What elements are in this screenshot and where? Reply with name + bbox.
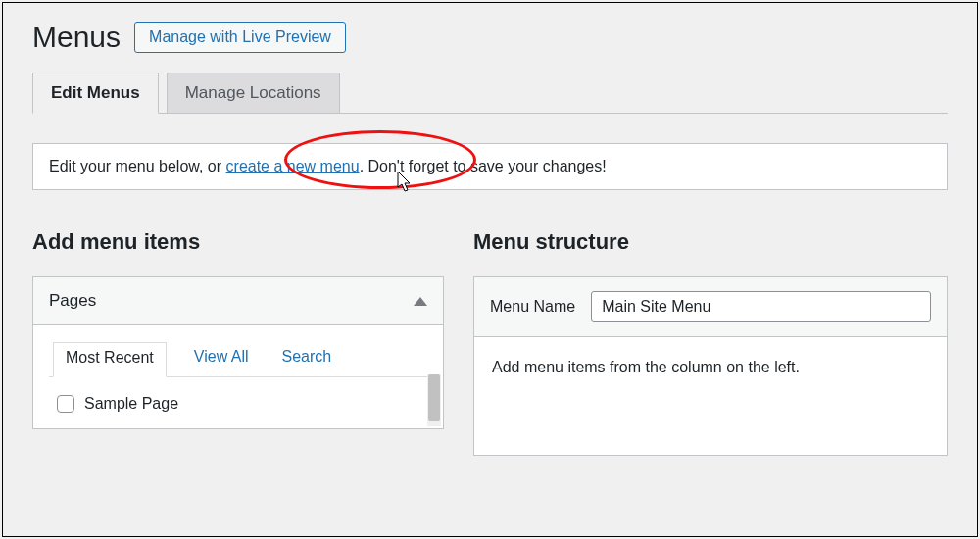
add-menu-items-column: Add menu items Pages Most Recent View Al… bbox=[32, 229, 444, 456]
menu-name-bar: Menu Name bbox=[473, 276, 948, 337]
create-new-menu-link[interactable]: create a new menu bbox=[226, 158, 360, 174]
menu-name-input[interactable] bbox=[591, 291, 931, 322]
page-title: Menus bbox=[32, 21, 121, 54]
pages-postbox-title: Pages bbox=[49, 291, 96, 311]
notice-suffix: . Don't forget to save your changes! bbox=[360, 158, 607, 174]
app-frame: Menus Manage with Live Preview Edit Menu… bbox=[2, 2, 978, 537]
pages-list: Sample Page bbox=[49, 377, 427, 413]
page-header: Menus Manage with Live Preview bbox=[3, 3, 977, 54]
columns: Add menu items Pages Most Recent View Al… bbox=[32, 229, 948, 456]
pages-postbox: Pages Most Recent View All Search Sample… bbox=[32, 276, 444, 429]
tab-search[interactable]: Search bbox=[276, 342, 338, 377]
collapse-icon bbox=[414, 297, 427, 306]
scrollbar[interactable] bbox=[427, 374, 441, 426]
pages-postbox-header[interactable]: Pages bbox=[33, 277, 443, 325]
list-item: Sample Page bbox=[57, 395, 419, 413]
add-menu-items-title: Add menu items bbox=[32, 229, 444, 255]
tab-edit-menus[interactable]: Edit Menus bbox=[32, 73, 159, 114]
nav-tabs: Edit Menus Manage Locations bbox=[32, 72, 948, 114]
edit-menu-notice: Edit your menu below, or create a new me… bbox=[32, 143, 948, 190]
tab-manage-locations[interactable]: Manage Locations bbox=[167, 73, 340, 114]
page-label: Sample Page bbox=[84, 395, 178, 413]
pages-inner-tabs: Most Recent View All Search bbox=[49, 341, 427, 377]
menu-structure-title: Menu structure bbox=[473, 229, 948, 255]
tab-view-all[interactable]: View All bbox=[188, 342, 255, 377]
menu-name-label: Menu Name bbox=[490, 298, 575, 316]
notice-prefix: Edit your menu below, or bbox=[49, 158, 226, 174]
manage-live-preview-button[interactable]: Manage with Live Preview bbox=[134, 22, 346, 53]
menu-structure-column: Menu structure Menu Name Add menu items … bbox=[473, 229, 948, 456]
tab-most-recent[interactable]: Most Recent bbox=[53, 342, 167, 377]
scrollbar-thumb[interactable] bbox=[428, 374, 440, 421]
menu-structure-hint: Add menu items from the column on the le… bbox=[473, 337, 948, 456]
pages-postbox-body: Most Recent View All Search Sample Page bbox=[33, 325, 443, 428]
page-checkbox[interactable] bbox=[57, 395, 74, 413]
